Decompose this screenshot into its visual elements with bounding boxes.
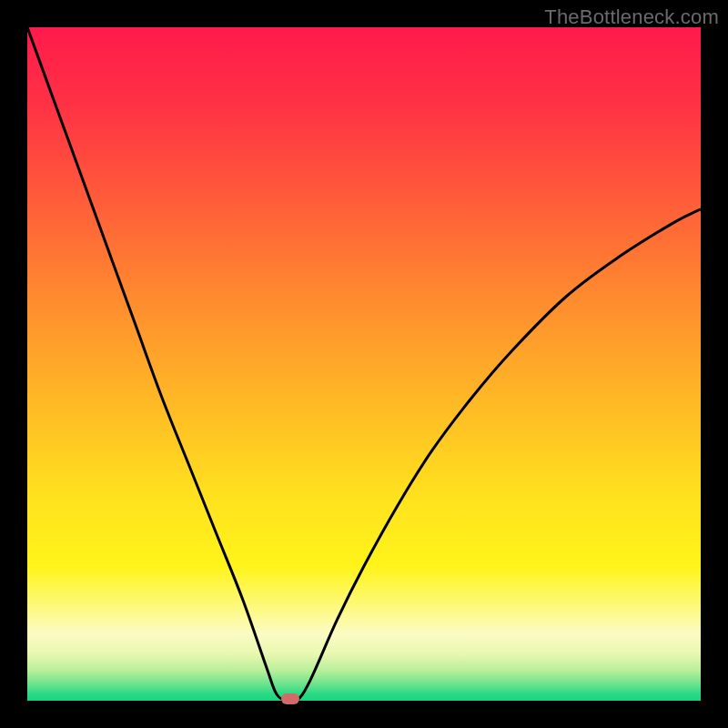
plot-area xyxy=(27,27,701,701)
watermark-text: TheBottleneck.com xyxy=(544,5,719,29)
gradient-and-curve xyxy=(27,27,701,701)
chart-frame: TheBottleneck.com xyxy=(0,0,728,728)
gradient-background xyxy=(27,27,701,701)
optimal-point-marker xyxy=(281,693,299,704)
